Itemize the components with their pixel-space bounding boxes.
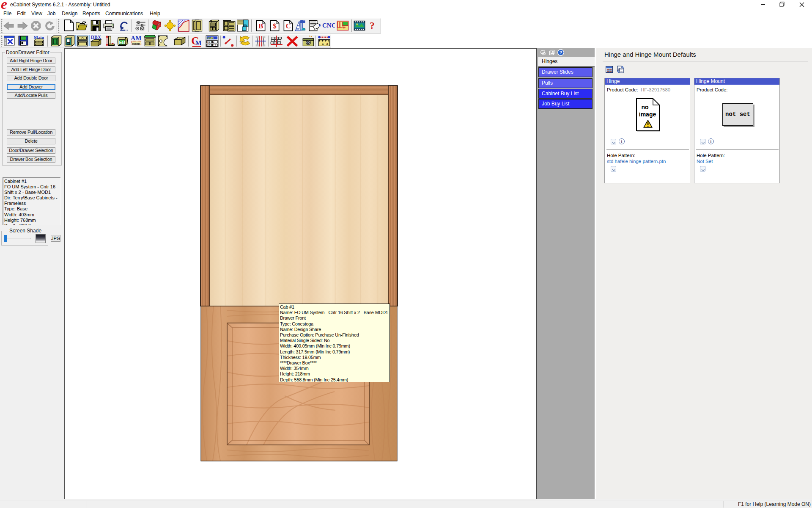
svg-text:image: image <box>639 111 656 118</box>
svg-text:0:0: 0:0 <box>207 44 210 47</box>
svg-text:2: 2 <box>213 41 214 43</box>
svg-text:CON: CON <box>208 36 214 39</box>
svg-text:CNC: CNC <box>322 22 335 29</box>
svg-text:EB: EB <box>119 40 126 45</box>
svg-text:B: B <box>258 22 263 30</box>
svg-text:?: ? <box>560 50 562 55</box>
svg-text:?: ? <box>370 20 375 31</box>
svg-text:AM: AM <box>131 35 141 41</box>
svg-text:no: no <box>641 104 648 110</box>
svg-text:C: C <box>285 22 291 30</box>
svg-text:2: 2 <box>326 42 328 46</box>
svg-text:1.7: 1.7 <box>213 44 216 47</box>
svg-text:$: $ <box>273 22 276 30</box>
svg-text:1: 1 <box>322 42 324 46</box>
svg-text:M: M <box>195 39 201 47</box>
svg-text:0:0: 0:0 <box>207 41 210 43</box>
